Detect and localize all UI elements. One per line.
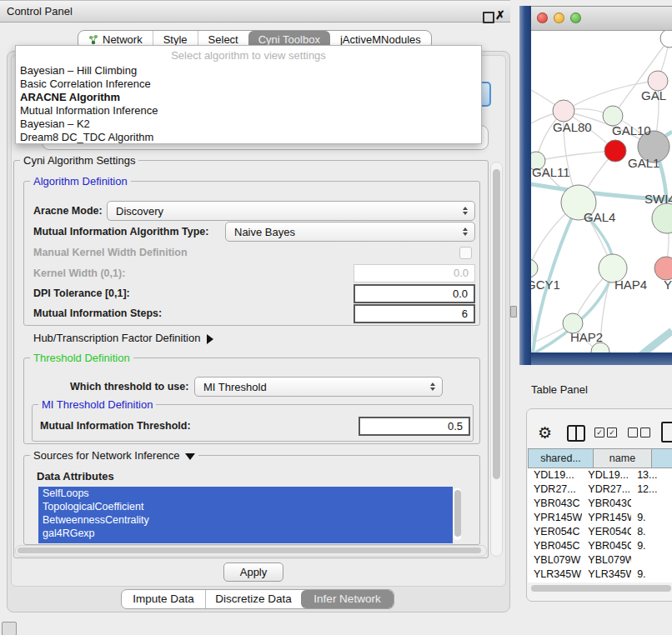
table-cell[interactable] [631,497,672,511]
network-node-y[interactable] [654,257,672,280]
table-cell[interactable]: YIL053C [582,582,631,582]
table-cell[interactable]: YBR043C [528,497,582,511]
mi-type-combo[interactable]: Naive Bayes [225,222,475,242]
network-edge-highlighted[interactable] [631,331,672,352]
table-cell[interactable] [631,553,672,568]
table-body[interactable]: YDL19...YDL19...13...YDR27...YDR27...12.… [528,468,672,582]
algorithm-option-mutual-information-inference[interactable]: Mutual Information Inference [16,104,481,118]
deselect-all-checkbox-icon-2[interactable] [640,428,650,438]
table-cell[interactable]: YPR145W [528,511,582,525]
table-row[interactable]: YBR043CYBR043C [528,497,672,511]
table-row[interactable]: YLR345WYLR345W9. [528,568,672,582]
table-cell[interactable]: YBL079W [528,553,582,568]
column-header-shared-[interactable]: shared... [529,449,594,468]
expanded-arrow-icon[interactable] [185,453,195,460]
attribute-item-topologicalcoefficient[interactable]: TopologicalCoefficient [38,500,453,513]
network-node-gal80[interactable] [553,100,574,122]
table-cell[interactable]: 13... [631,468,672,482]
attribute-item-gal4rgexp[interactable]: gal4RGexp [38,527,453,540]
hub-definition-toggle[interactable]: Hub/Transcription Factor Definition [33,330,213,347]
attributes-scrollbar-thumb[interactable] [454,490,461,537]
algorithm-option-bayesian-k2[interactable]: Bayesian – K2 [16,118,481,131]
table-cell[interactable]: 9. [631,582,672,582]
table-cell[interactable]: YDR27... [528,482,582,497]
float-panel-icon[interactable] [483,12,494,23]
show-columns-icon[interactable] [567,425,585,442]
table-cell[interactable]: YLR345W [582,568,631,582]
apply-button[interactable]: Apply [223,562,283,582]
select-all-checkbox-icon[interactable]: ✓ [594,428,604,438]
settings-horizontal-scrollbar[interactable] [15,545,487,557]
algorithm-option-bayesian-hill-climbing[interactable]: Bayesian – Hill Climbing [16,64,481,78]
bottom-tab-discretize-data[interactable]: Discretize Data [205,590,301,608]
table-cell[interactable]: 12... [631,482,672,497]
close-window-icon[interactable] [537,12,548,23]
aracne-mode-combo[interactable]: Discovery [107,201,475,221]
data-attributes-list[interactable]: SelfLoopsTopologicalCoefficientBetweenne… [38,487,462,543]
table-scrollbar-thumb[interactable] [531,585,671,592]
sources-title[interactable]: Sources for Network Inference [30,449,198,462]
table-cell[interactable]: YDL19... [582,468,631,482]
column-header-hidden[interactable] [652,449,672,468]
table-cell[interactable]: YBR043C [582,497,631,511]
table-cell[interactable]: YBR045C [528,539,582,553]
attribute-item-betweennesscentrality[interactable]: BetweennessCentrality [38,513,453,527]
table-cell[interactable]: YLR345W [528,568,582,582]
network-node-gal1[interactable] [604,140,626,162]
table-row[interactable]: YDR27...YDR27...12... [528,482,672,497]
table-row[interactable]: YDL19...YDL19...13... [528,468,672,482]
mi-threshold-field[interactable]: 0.5 [359,417,470,436]
table-cell[interactable]: YER054C [528,525,582,539]
horizontal-scrollbar-thumb[interactable] [18,548,481,553]
bottom-tab-infer-network[interactable]: Infer Network [301,590,394,608]
network-node[interactable] [660,31,672,48]
mi-steps-field[interactable]: 6 [354,304,475,323]
table-cell[interactable]: 8. [631,525,672,539]
table-settings-gear-icon[interactable]: ⚙ [538,423,552,442]
which-threshold-combo[interactable]: MI Threshold [194,377,443,397]
table-cell[interactable]: YPR145W [582,511,631,525]
table-cell[interactable]: YBR045C [582,539,631,553]
network-node-gcy1[interactable] [531,259,538,278]
table-row[interactable]: YPR145WYPR145W9. [528,511,672,525]
table-cell[interactable]: 9. [631,568,672,582]
minimized-panel-button[interactable] [2,622,17,635]
table-row[interactable]: YIL053CYIL053C9. [528,582,672,582]
network-edge[interactable] [536,151,615,161]
export-table-icon[interactable] [661,422,672,442]
attribute-item-partial[interactable] [38,540,453,543]
collapsed-arrow-icon[interactable] [207,334,213,344]
dpi-tolerance-field[interactable]: 0.0 [354,284,475,303]
close-panel-icon[interactable]: ✗ [495,8,505,22]
deselect-all-checkbox-icon[interactable] [628,428,638,438]
network-node-swi4[interactable] [652,203,672,233]
table-cell[interactable]: YBL079W [582,553,631,568]
manual-kernel-checkbox[interactable] [459,247,472,259]
table-cell[interactable]: 9. [631,511,672,525]
split-pane-grip[interactable] [510,306,517,318]
attributes-list-scrollbar[interactable] [454,488,461,540]
table-cell[interactable]: YER054C [582,525,631,539]
network-view-canvas[interactable]: GALGAL80GAL10GAL1GAL11GAL4SWI4GCY1HAP4YH… [531,31,672,352]
table-row[interactable]: YBL079WYBL079W [528,553,672,568]
minimize-window-icon[interactable] [554,12,564,23]
table-row[interactable]: YBR045CYBR045C9. [528,539,672,553]
table-row[interactable]: YER054CYER054C8. [528,525,672,539]
settings-vertical-scrollbar[interactable] [490,162,503,557]
bottom-tab-impute-data[interactable]: Impute Data [122,590,205,608]
algorithm-option-aracne-algorithm[interactable]: ARACNE Algorithm [16,91,481,104]
table-cell[interactable]: 9. [631,539,672,553]
select-all-checkbox-icon-2[interactable]: ✓ [607,428,617,438]
table-cell[interactable]: YIL053C [528,582,582,582]
algorithm-option-basic-correlation-inference[interactable]: Basic Correlation Inference [16,78,481,91]
table-horizontal-scrollbar[interactable] [530,584,672,593]
algorithm-option-dream8-dc-tdc-algorithm[interactable]: Dream8 DC_TDC Algorithm [16,131,481,144]
column-header-name[interactable]: name [594,449,652,468]
table-cell[interactable]: YDL19... [528,468,582,482]
table-cell[interactable]: YDR27... [582,482,631,497]
network-window-titlebar[interactable] [531,6,672,31]
attribute-item-selfloops[interactable]: SelfLoops [38,487,453,500]
settings-scrollbar-thumb[interactable] [493,169,500,479]
zoom-window-icon[interactable] [570,12,581,23]
mi-threshold-label: Mutual Information Threshold: [40,417,191,436]
